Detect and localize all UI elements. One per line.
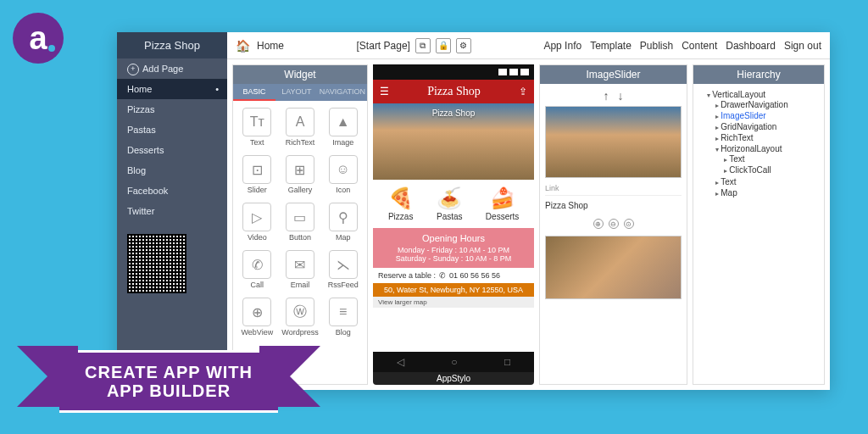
sidebar-item-twitter[interactable]: Twitter	[117, 201, 227, 221]
add-page-button[interactable]: Add Page	[117, 58, 227, 79]
tree-item[interactable]: Text	[724, 153, 819, 164]
move-up-icon[interactable]: ↑	[604, 89, 609, 103]
tree-item[interactable]: RichText	[715, 132, 819, 143]
move-down-icon[interactable]: ↓	[618, 89, 624, 103]
widget-icon: Tт	[242, 108, 271, 136]
phone-caption: AppStylo	[373, 372, 534, 385]
tree-item[interactable]: HorizonalLayout Text ClickToCall	[715, 143, 819, 176]
widget-text[interactable]: TтText	[236, 104, 278, 150]
widget-icon: ▭	[286, 203, 314, 231]
tree-item[interactable]: ClickToCall	[724, 164, 819, 175]
address-bar: 50, Water St, Newburgh, NY 12550, USA	[373, 283, 534, 297]
settings-button[interactable]: ⚙	[456, 38, 471, 53]
nav-app-info[interactable]: App Info	[543, 40, 581, 52]
home-nav-icon[interactable]: ○	[451, 356, 457, 368]
action-dot-2[interactable]: ⊖	[609, 219, 619, 229]
widget-slider[interactable]: ⊡Slider	[236, 152, 278, 198]
phone-preview: ☰ Pizza Shop ⇪ Pizza Shop 🍕Pizzas 🍝Pasta…	[373, 64, 534, 385]
panels-row: Widget BASIC LAYOUT NAVIGATION TтTextARi…	[227, 59, 830, 390]
sidebar-item-facebook[interactable]: Facebook	[117, 181, 227, 201]
hierarchy-panel: Hierarchy VerticalLayout DrawerNavigatio…	[693, 64, 825, 385]
home-icon[interactable]: 🏠	[236, 39, 250, 53]
action-dot-3[interactable]: ⊙	[624, 219, 634, 229]
tab-basic[interactable]: BASIC	[233, 84, 275, 101]
nav-signout[interactable]: Sign out	[784, 40, 821, 52]
promo-banner: CREATE APP WITH APP BUILDER	[59, 350, 278, 413]
phone-appbar: ☰ Pizza Shop ⇪	[373, 80, 534, 103]
breadcrumb-home[interactable]: Home	[257, 40, 284, 52]
brand-logo: a	[13, 13, 64, 64]
top-toolbar: 🏠 Home [Start Page] ⧉ 🔒 ⚙ App Info Templ…	[227, 32, 830, 59]
page-sidebar: Pizza Shop Add Page Home Pizzas Pastas D…	[117, 32, 227, 390]
widget-icon: A	[286, 108, 314, 136]
sidebar-item-blog[interactable]: Blog	[117, 160, 227, 181]
start-page-label: [Start Page]	[357, 40, 410, 52]
widget-panel: Widget BASIC LAYOUT NAVIGATION TтTextARi…	[232, 64, 368, 385]
tree-item[interactable]: Map	[715, 187, 819, 198]
widget-gallery[interactable]: ⊞Gallery	[280, 152, 321, 198]
action-dot-1[interactable]: ⊕	[593, 219, 604, 229]
widget-wordpress[interactable]: ⓦWordpress	[280, 294, 321, 340]
sidebar-item-pastas[interactable]: Pastas	[117, 120, 227, 140]
opening-hours: Opening Hours Monday - Friday : 10 AM - …	[373, 228, 534, 268]
widget-icon: ⚲	[329, 203, 358, 231]
tree-item[interactable]: Text	[715, 176, 819, 187]
cat-pizzas[interactable]: 🍕Pizzas	[388, 186, 414, 221]
widget-email[interactable]: ✉Email	[280, 247, 321, 292]
widget-rssfeed[interactable]: ⋋RssFeed	[322, 247, 364, 292]
widget-icon: ⋋	[329, 250, 358, 279]
app-builder-window: Pizza Shop Add Page Home Pizzas Pastas D…	[117, 32, 830, 390]
tab-navigation[interactable]: NAVIGATION	[318, 84, 367, 101]
sidebar-item-desserts[interactable]: Desserts	[117, 140, 227, 160]
widget-image[interactable]: ▲Image	[322, 104, 364, 150]
widget-map[interactable]: ⚲Map	[322, 199, 364, 245]
widget-icon: ✆	[242, 250, 271, 279]
reserve-row[interactable]: Reserve a table : ✆ 01 60 56 56 56	[373, 268, 534, 283]
copy-button[interactable]: ⧉	[415, 38, 431, 53]
slide-thumb-1[interactable]	[545, 106, 682, 178]
widget-webview[interactable]: ⊕WebView	[236, 294, 278, 340]
nav-dashboard[interactable]: Dashboard	[726, 40, 776, 52]
widget-icon: ≡	[329, 298, 358, 326]
phone-statusbar	[373, 64, 534, 80]
tree-item[interactable]: GridNavigation	[715, 121, 819, 132]
widget-icon[interactable]: ☺Icon	[322, 152, 364, 198]
hierarchy-title: Hierarchy	[693, 65, 824, 84]
widget-richtext[interactable]: ARichText	[280, 104, 321, 150]
qr-code	[127, 234, 186, 293]
tree-item[interactable]: DrawerNavigation	[715, 99, 819, 110]
widget-panel-title: Widget	[233, 65, 367, 84]
sidebar-item-pizzas[interactable]: Pizzas	[117, 99, 227, 120]
widget-video[interactable]: ▷Video	[236, 199, 278, 245]
phone-body: Pizza Shop 🍕Pizzas 🍝Pastas 🍰Desserts Ope…	[373, 103, 534, 352]
back-icon[interactable]: ◁	[397, 356, 404, 368]
widget-icon: ⓦ	[286, 298, 314, 326]
share-icon[interactable]: ⇪	[519, 86, 527, 97]
link-field-1[interactable]: Link	[545, 181, 682, 196]
sidebar-item-home[interactable]: Home	[117, 79, 227, 99]
tab-layout[interactable]: LAYOUT	[275, 84, 318, 101]
nav-content[interactable]: Content	[682, 40, 717, 52]
cat-desserts[interactable]: 🍰Desserts	[486, 186, 519, 221]
nav-template[interactable]: Template	[590, 40, 632, 52]
widget-call[interactable]: ✆Call	[236, 247, 278, 292]
widget-button[interactable]: ▭Button	[280, 199, 321, 245]
hero-image: Pizza Shop	[373, 103, 534, 180]
hamburger-icon[interactable]: ☰	[380, 86, 389, 97]
widget-icon: ⊞	[286, 155, 314, 184]
widget-blog[interactable]: ≡Blog	[322, 294, 364, 340]
hierarchy-tree: VerticalLayout DrawerNavigation ImageSli…	[693, 84, 824, 204]
widget-icon: ▲	[329, 108, 358, 136]
widget-icon: ✉	[286, 250, 314, 279]
map-hint[interactable]: View larger map	[373, 297, 534, 308]
main-area: 🏠 Home [Start Page] ⧉ 🔒 ⚙ App Info Templ…	[227, 32, 830, 390]
cat-pastas[interactable]: 🍝Pastas	[437, 186, 463, 221]
slide-thumb-2[interactable]	[545, 236, 682, 299]
recent-icon[interactable]: □	[504, 356, 510, 368]
widget-icon: ⊕	[242, 298, 271, 326]
tree-item-selected[interactable]: ImageSlider	[715, 110, 819, 121]
lock-button[interactable]: 🔒	[436, 38, 451, 53]
imageslider-panel: ImageSlider ↑↓ Link Pizza Shop ⊕ ⊖ ⊙	[539, 64, 687, 385]
tree-root[interactable]: VerticalLayout DrawerNavigation ImageSli…	[707, 89, 819, 199]
nav-publish[interactable]: Publish	[640, 40, 673, 52]
